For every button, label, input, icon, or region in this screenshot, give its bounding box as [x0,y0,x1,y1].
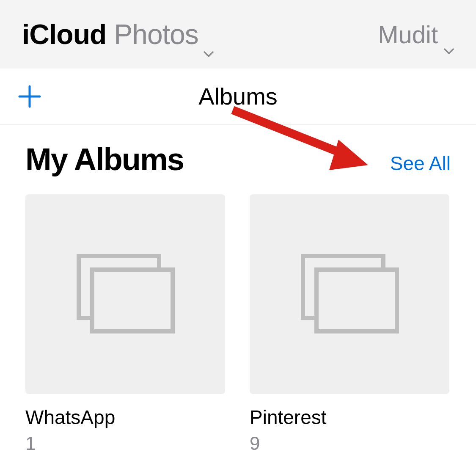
user-dropdown[interactable]: Mudit [378,20,454,49]
header-left: iCloud Photos [22,18,214,50]
my-albums-title: My Albums [25,141,184,177]
albums-grid: WhatsApp 1 Pinterest 9 [25,194,451,452]
chevron-down-icon [444,31,454,37]
album-thumbnail [25,194,225,394]
album-name: WhatsApp [25,406,225,429]
chevron-down-icon [204,31,214,37]
user-label: Mudit [378,20,438,49]
section-dropdown[interactable]: Photos [114,18,213,50]
svg-rect-5 [316,270,397,331]
photos-stack-icon [299,252,400,336]
albums-toolbar: Albums [0,69,476,124]
section-label: Photos [114,18,198,50]
album-count: 9 [250,433,449,452]
my-albums-header: My Albums See All [25,141,451,177]
app-header: iCloud Photos Mudit [0,0,476,69]
album-count: 1 [25,433,225,452]
add-album-button[interactable] [18,85,41,108]
album-item[interactable]: WhatsApp 1 [25,194,225,452]
toolbar-title: Albums [198,83,278,110]
see-all-link[interactable]: See All [390,152,451,175]
album-thumbnail [250,194,449,394]
photos-stack-icon [74,252,176,336]
app-name[interactable]: iCloud [22,18,106,50]
album-item[interactable]: Pinterest 9 [250,194,449,452]
svg-rect-3 [92,270,173,331]
plus-icon [18,85,41,108]
content-area: My Albums See All WhatsApp 1 [0,124,476,452]
album-name: Pinterest [250,406,449,429]
